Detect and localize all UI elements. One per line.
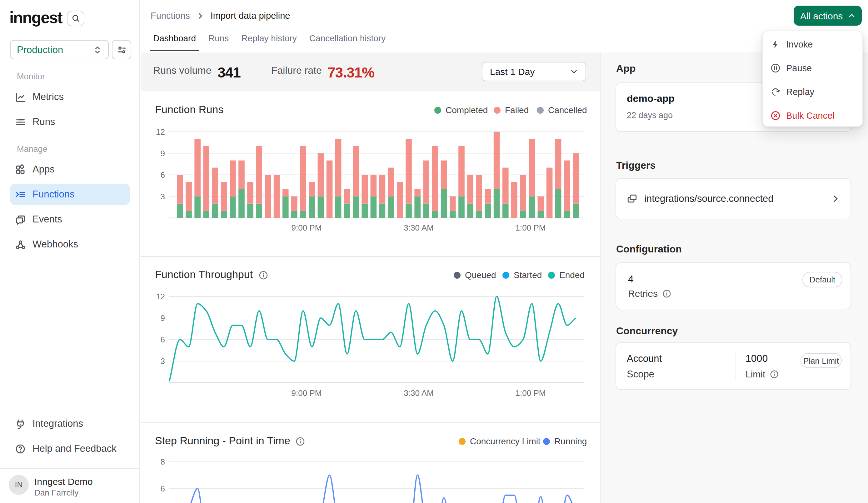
svg-text:3:30 AM: 3:30 AM [404,223,433,233]
svg-text:1:00 PM: 1:00 PM [516,223,546,233]
svg-text:3: 3 [161,357,165,366]
svg-text:1:00 PM: 1:00 PM [516,388,546,398]
svg-text:12: 12 [156,127,165,136]
svg-text:9:00 PM: 9:00 PM [291,388,322,398]
svg-text:6: 6 [161,484,165,493]
svg-text:6: 6 [161,335,165,344]
svg-text:3:30 AM: 3:30 AM [404,388,433,398]
svg-text:9: 9 [161,314,165,323]
svg-text:9: 9 [161,149,165,158]
svg-text:6: 6 [161,170,165,179]
svg-text:9:00 PM: 9:00 PM [291,223,322,233]
svg-text:12: 12 [156,292,165,301]
svg-text:8: 8 [161,457,165,466]
svg-text:3: 3 [161,192,165,201]
